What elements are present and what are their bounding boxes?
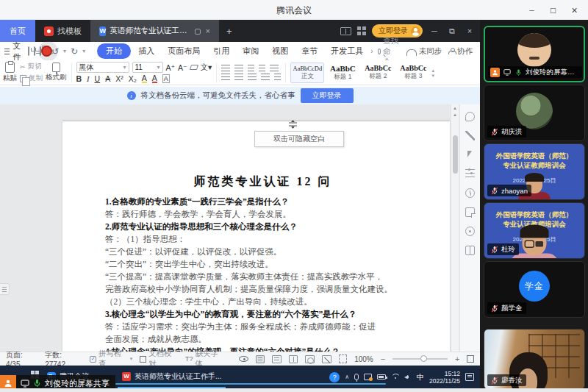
close-icon[interactable] — [564, 0, 585, 20]
vertical-scrollbar[interactable]: ▴ ▴ — [451, 104, 459, 352]
wps-minimize-icon[interactable]: ─ — [429, 26, 440, 35]
undo-dropdown-icon[interactable] — [63, 48, 66, 54]
ribbon-tab-devtools[interactable]: 开发工具 — [325, 43, 369, 59]
wifi-icon[interactable] — [391, 374, 399, 380]
text-tools-button[interactable]: 文▾ — [201, 63, 212, 73]
scrollbar-thumb[interactable] — [453, 135, 458, 174]
read-mode-icon[interactable] — [465, 246, 475, 255]
share-indicator-overlay[interactable]: 刘俊玲的屏幕共享 — [0, 375, 115, 388]
help-tray-icon[interactable]: ? — [329, 372, 340, 382]
adjust-settings-icon[interactable] — [465, 169, 475, 179]
save-icon[interactable] — [28, 46, 29, 56]
read-layout-icon[interactable] — [289, 355, 298, 363]
more-tabs-icon[interactable] — [370, 47, 373, 55]
grow-font-button[interactable]: A⁺ — [166, 63, 176, 72]
sync-status[interactable]: 未同步 — [406, 46, 442, 57]
align-left-icon[interactable] — [221, 74, 230, 80]
web-layout-icon[interactable] — [305, 355, 315, 363]
zoom-in-icon[interactable]: + — [455, 354, 459, 363]
wps-close-icon[interactable]: × — [464, 26, 476, 35]
ribbon-tab-pagelayout[interactable]: 页面布局 — [162, 43, 206, 59]
notice-login-button[interactable]: 立即登录 — [301, 88, 354, 103]
tab-close-icon[interactable] — [206, 26, 210, 35]
participant-tile[interactable]: 学金 颜学金 — [484, 261, 585, 318]
numbered-list-icon[interactable] — [234, 65, 243, 71]
apps-grid-icon[interactable] — [357, 26, 366, 35]
redo-icon[interactable] — [71, 46, 78, 57]
superscript-button[interactable]: X² — [115, 74, 123, 83]
ribbon-tab-section[interactable]: 章节 — [295, 43, 323, 59]
scroll-up2-icon[interactable]: ▴ — [451, 111, 459, 118]
align-center-icon[interactable] — [234, 74, 243, 80]
align-right-icon[interactable] — [248, 74, 257, 80]
participant-tile[interactable]: 廖香汝 — [484, 329, 585, 390]
tab-templates[interactable]: 找模板 — [35, 20, 90, 42]
zoom-slider-thumb[interactable] — [420, 355, 427, 362]
style-normal[interactable]: AaBbCcDd 正文 — [290, 63, 324, 83]
eye-protect-icon[interactable] — [239, 356, 248, 362]
export-icon[interactable] — [34, 46, 35, 56]
fullscreen-icon[interactable] — [467, 355, 474, 363]
ribbon-tab-review[interactable]: 审阅 — [237, 43, 265, 59]
hidden-icons-chevron[interactable] — [345, 374, 349, 380]
annotate-pen-icon[interactable] — [465, 131, 475, 140]
format-painter-button[interactable]: 格式刷 — [46, 63, 67, 82]
ribbon-tab-start[interactable]: 开始 — [97, 43, 131, 59]
font-size-select[interactable]: 11▾ — [132, 62, 163, 73]
volume-icon[interactable] — [404, 374, 412, 380]
strikethrough-button[interactable]: A — [105, 74, 110, 83]
taskbar-app-wps[interactable]: 英语师范专业认证工作手... — [118, 366, 226, 388]
layout-switch-icon[interactable] — [340, 27, 351, 35]
zoom-out-icon[interactable]: − — [381, 354, 385, 363]
wps-restore-icon[interactable]: ⧉ — [446, 26, 458, 36]
ribbon-tab-references[interactable]: 引用 — [207, 43, 235, 59]
skin-settings-icon[interactable] — [465, 112, 475, 121]
bullet-list-icon[interactable] — [221, 65, 230, 71]
fit-page-icon[interactable] — [339, 354, 348, 363]
document-page[interactable]: 师范类专业认证 12 问 1.合格教师的专业素质“一践行三学会”是指什么？ 答：… — [62, 121, 450, 352]
tab-home[interactable]: 首页 — [0, 20, 35, 42]
share-control-strip[interactable] — [115, 383, 386, 385]
font-name-select[interactable]: 黑体▾ — [76, 62, 129, 73]
navigation-pane-toggle[interactable] — [0, 283, 10, 295]
style-heading2[interactable]: AaBbCc 标题 2 — [361, 63, 395, 83]
ink-view-icon[interactable] — [322, 355, 331, 363]
justify-icon[interactable] — [261, 74, 270, 80]
participant-tile[interactable]: 外国语学院英语（师范） 专业认证教师培训会 2022年11月25日 zhaoya… — [484, 143, 585, 200]
tray-notification-icon[interactable] — [364, 374, 372, 380]
battery-icon[interactable] — [377, 374, 386, 379]
font-color-button[interactable]: A — [152, 74, 157, 83]
clear-format-icon[interactable] — [189, 65, 198, 70]
zoom-slider[interactable] — [392, 358, 448, 360]
new-tab-button[interactable] — [219, 20, 240, 42]
scroll-up-icon[interactable]: ▴ — [451, 104, 459, 111]
italic-button[interactable]: I — [87, 75, 90, 83]
tab-document[interactable]: 英语师范专业认证工作手册.docx — [90, 20, 219, 42]
participant-tile-sharer[interactable]: 刘俊玲的屏幕共享 — [484, 26, 585, 82]
character-border-button[interactable]: A — [162, 74, 170, 83]
action-center-icon[interactable] — [465, 373, 474, 381]
navigate-location-icon[interactable] — [465, 227, 475, 236]
maximize-icon[interactable] — [542, 0, 564, 20]
styles-scroll-arrows[interactable]: ▴▾ — [431, 63, 434, 83]
style-heading3[interactable]: AaBbCc 标题 3 — [396, 63, 430, 83]
select-tool-icon[interactable] — [465, 150, 475, 160]
participant-tile[interactable]: 胡庆洪 — [484, 85, 585, 141]
taskbar-clock[interactable]: 15:12 2022/11/25 — [429, 370, 460, 385]
export-panel-icon[interactable] — [465, 207, 475, 217]
cut-button[interactable]: 剪切 — [20, 62, 43, 71]
file-menu[interactable]: 文件 — [4, 40, 24, 63]
copy-button[interactable]: 复制 — [20, 74, 43, 83]
history-icon[interactable] — [465, 188, 475, 198]
style-heading1[interactable]: AaBbC 标题 1 — [326, 63, 359, 83]
collaborate-button[interactable]: 协作 — [448, 46, 473, 57]
paste-button[interactable]: 粘贴 — [3, 62, 17, 83]
tray-mic-icon[interactable] — [354, 374, 359, 380]
shrink-font-button[interactable]: A⁻ — [178, 63, 187, 72]
highlight-button[interactable]: A — [142, 74, 147, 83]
zoom-level[interactable]: 100% — [354, 355, 373, 363]
sort-icon[interactable] — [270, 65, 279, 71]
subscript-button[interactable]: X₂ — [129, 74, 137, 83]
outdent-icon[interactable] — [248, 65, 254, 71]
participant-tile[interactable]: 外国语学院英语（师范） 专业认证教师培训会 2022年11月25日 杜玲 — [484, 202, 585, 259]
